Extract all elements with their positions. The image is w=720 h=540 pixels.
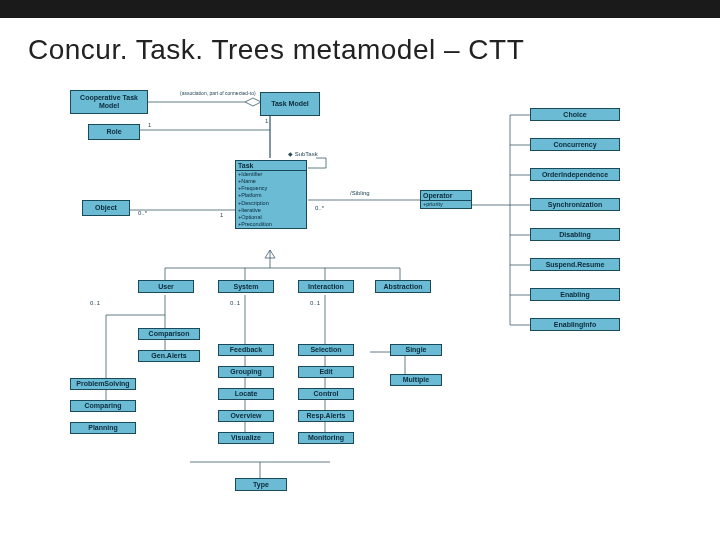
box-task-model: Task Model (260, 92, 320, 116)
label-subtask: ◆ SubTask (288, 150, 318, 157)
slide-title: Concur. Task. Trees metamodel – CTT (0, 18, 720, 66)
task-attr-4: +Description (236, 200, 306, 207)
task-attr-1: +Name (236, 178, 306, 185)
box-edit: Edit (298, 366, 354, 378)
mult-1a: 1 (148, 122, 151, 128)
box-cooperative-task-model: Cooperative Task Model (70, 90, 148, 114)
box-concurrency: Concurrency (530, 138, 620, 151)
mult-0star-b: 0..* (315, 205, 324, 211)
label-sibling: /Sibling (350, 190, 370, 196)
box-comparing: Comparing (70, 400, 136, 412)
box-multiple: Multiple (390, 374, 442, 386)
box-system: System (218, 280, 274, 293)
label-assoc: (association, part of connected-to) (180, 90, 256, 96)
box-overview: Overview (218, 410, 274, 422)
box-enabling-info: EnablingInfo (530, 318, 620, 331)
box-feedback: Feedback (218, 344, 274, 356)
mult-0one-a: 0..1 (90, 300, 100, 306)
task-attr-3: +Platform (236, 192, 306, 199)
box-task: Task +Identifier +Name +Frequency +Platf… (235, 160, 307, 229)
task-attr-0: +Identifier (236, 171, 306, 178)
box-single: Single (390, 344, 442, 356)
box-gen-alerts: Gen.Alerts (138, 350, 200, 362)
task-attr-7: +Precondition (236, 221, 306, 228)
mult-1b: 1 (265, 118, 268, 124)
ctt-diagram: Cooperative Task Model Task Model (assoc… (70, 90, 650, 530)
operator-head: Operator (421, 191, 471, 201)
connector-lines (70, 90, 650, 530)
box-role: Role (88, 124, 140, 140)
box-selection: Selection (298, 344, 354, 356)
box-monitoring: Monitoring (298, 432, 354, 444)
mult-0one-c: 0..1 (310, 300, 320, 306)
top-bar (0, 0, 720, 18)
task-attr-5: +Iterative (236, 207, 306, 214)
box-object: Object (82, 200, 130, 216)
box-order-independence: OrderIndependence (530, 168, 620, 181)
box-planning: Planning (70, 422, 136, 434)
task-head: Task (236, 161, 306, 171)
box-comparison: Comparison (138, 328, 200, 340)
box-enabling: Enabling (530, 288, 620, 301)
box-type: Type (235, 478, 287, 491)
box-locate: Locate (218, 388, 274, 400)
box-user: User (138, 280, 194, 293)
box-synchronization: Synchronization (530, 198, 620, 211)
box-interaction: Interaction (298, 280, 354, 293)
box-operator: Operator +priority (420, 190, 472, 209)
box-choice: Choice (530, 108, 620, 121)
box-abstraction: Abstraction (375, 280, 431, 293)
task-attr-6: +Optional (236, 214, 306, 221)
mult-1c: 1 (220, 212, 223, 218)
task-attr-2: +Frequency (236, 185, 306, 192)
mult-0star-a: 0..* (138, 210, 147, 216)
operator-attr: +priority (421, 201, 471, 208)
box-resp-alerts: Resp.Alerts (298, 410, 354, 422)
box-problem-solving: ProblemSolving (70, 378, 136, 390)
box-grouping: Grouping (218, 366, 274, 378)
box-disabling: Disabling (530, 228, 620, 241)
box-control: Control (298, 388, 354, 400)
box-visualize: Visualize (218, 432, 274, 444)
mult-0one-b: 0..1 (230, 300, 240, 306)
box-suspend-resume: Suspend.Resume (530, 258, 620, 271)
